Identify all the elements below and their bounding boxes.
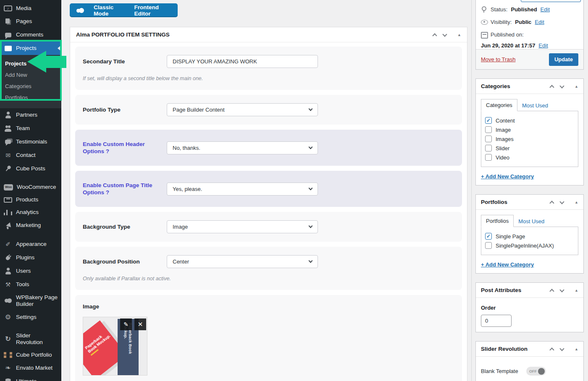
move-up-icon[interactable] bbox=[549, 201, 554, 205]
sidebar-item[interactable]: Plugins bbox=[0, 251, 61, 264]
checkbox[interactable] bbox=[485, 233, 492, 240]
sidebar-item[interactable]: Team bbox=[0, 122, 61, 135]
field-select[interactable]: Image bbox=[167, 220, 318, 233]
edit-published-link[interactable]: Edit bbox=[538, 42, 548, 50]
collapse-toggle-icon[interactable]: ▲ bbox=[575, 84, 578, 89]
checkbox[interactable] bbox=[485, 126, 492, 133]
tab-most-used[interactable]: Most Used bbox=[517, 100, 553, 111]
brush-icon: ✐ bbox=[4, 240, 12, 248]
checkbox[interactable] bbox=[485, 154, 492, 161]
portfolio-checkbox-item[interactable]: SinglePageInline(AJAX) bbox=[485, 241, 574, 250]
sidebar-item[interactable]: Products bbox=[0, 193, 61, 206]
field-select[interactable]: Center bbox=[167, 255, 318, 268]
category-label: Video bbox=[496, 154, 509, 161]
checkbox[interactable] bbox=[485, 145, 492, 151]
move-down-icon[interactable] bbox=[559, 199, 564, 204]
sidebar-item[interactable]: ⚒ Tools bbox=[0, 278, 61, 291]
checkbox[interactable] bbox=[485, 117, 492, 124]
classic-mode-button[interactable]: Classic Mode bbox=[94, 4, 125, 17]
add-new-category-link[interactable]: + Add New Category bbox=[481, 173, 534, 180]
field-description: Only available if Parallax is not active… bbox=[83, 276, 454, 282]
sidebar-item[interactable]: ⚙ Settings bbox=[0, 311, 61, 324]
sidebar-item[interactable]: Users bbox=[0, 264, 61, 278]
move-up-icon[interactable] bbox=[549, 289, 554, 293]
sidebar-item[interactable]: WPBakery Page Builder bbox=[0, 291, 61, 311]
field-select[interactable]: No, thanks. bbox=[167, 141, 318, 154]
frontend-editor-button[interactable]: Frontend Editor bbox=[134, 4, 171, 17]
sidebar-subitem-portfolios[interactable]: Portfolios bbox=[0, 92, 61, 103]
edit-image-icon[interactable]: ✎ bbox=[120, 318, 132, 330]
update-button[interactable]: Update bbox=[549, 53, 578, 66]
tab-all-categories[interactable]: Categories bbox=[481, 99, 517, 111]
sidebar-item[interactable]: Cube Posts bbox=[0, 162, 61, 175]
move-up-icon[interactable] bbox=[432, 33, 437, 38]
category-checkbox-item[interactable]: Content bbox=[485, 116, 574, 125]
wordpress-admin-screen: ♪ Media Pages Comments Projects Projects… bbox=[0, 0, 588, 381]
sidebar-item[interactable]: Ultimate bbox=[0, 375, 61, 381]
sidebar-item[interactable]: Partners bbox=[0, 108, 61, 122]
field-select[interactable]: Yes, please. bbox=[167, 183, 318, 196]
sidebar-item[interactable]: Projects bbox=[0, 42, 61, 55]
field-label: Background Position bbox=[83, 258, 167, 265]
sidebar-subitem-add-new[interactable]: Add New bbox=[0, 69, 61, 81]
settings-rows: Secondary Title DISPLAY YOUR AMAZING WOR… bbox=[70, 42, 467, 290]
checkbox[interactable] bbox=[485, 242, 492, 249]
move-up-icon[interactable] bbox=[549, 347, 554, 352]
move-up-icon[interactable] bbox=[549, 85, 554, 89]
mail-icon: ✉ bbox=[4, 151, 12, 159]
image-icon bbox=[4, 44, 12, 52]
tab-most-used[interactable]: Most Used bbox=[514, 216, 549, 227]
sidebar-item[interactable]: Pages bbox=[0, 15, 61, 28]
person-icon bbox=[4, 267, 12, 275]
sidebar-item[interactable]: ✉ Contact bbox=[0, 149, 61, 162]
field-text-input[interactable]: DISPLAY YOUR AMAZING WORK bbox=[167, 55, 318, 68]
chevron-down-icon bbox=[309, 145, 313, 149]
edit-visibility-link[interactable]: Edit bbox=[535, 18, 544, 26]
visibility-eye-icon bbox=[481, 19, 487, 25]
move-to-trash-link[interactable]: Move to Trash bbox=[481, 56, 515, 63]
move-down-icon[interactable] bbox=[559, 346, 564, 351]
sidebar-item[interactable]: ♪ Media bbox=[0, 2, 61, 15]
category-checkbox-item[interactable]: Image bbox=[485, 125, 574, 134]
add-new-category-link[interactable]: + Add New Category bbox=[481, 261, 534, 268]
tab-all-portfolios[interactable]: Portfolios bbox=[481, 215, 514, 227]
image-thumbnail: Paperback Book Mockup. Paperback Book Mo… bbox=[83, 317, 147, 376]
sidebar-subitem-categories[interactable]: Categories bbox=[0, 81, 61, 92]
sidebar-item[interactable]: ❧ Envato Market bbox=[0, 361, 61, 375]
checkbox[interactable] bbox=[485, 136, 492, 142]
settings-panel-header: Alma PORTFOLIO ITEM SETTINGS ▲ bbox=[70, 27, 467, 42]
sidebar-item[interactable]: Woo WooCommerce bbox=[0, 181, 61, 193]
category-checkbox-item[interactable]: Slider bbox=[485, 144, 574, 153]
move-down-icon[interactable] bbox=[559, 84, 564, 88]
preview-changes-button-partial[interactable] bbox=[521, 0, 581, 2]
sidebar-item[interactable]: Testimonials bbox=[0, 135, 61, 149]
admin-sidebar: ♪ Media Pages Comments Projects Projects… bbox=[0, 0, 61, 381]
sidebar-subitem-projects[interactable]: Projects bbox=[0, 58, 61, 69]
sidebar-item[interactable]: Comments bbox=[0, 28, 61, 42]
post-attributes-title: Post Attributes bbox=[481, 287, 550, 293]
move-down-icon[interactable] bbox=[442, 32, 447, 37]
collapse-toggle-icon[interactable]: ▲ bbox=[575, 200, 578, 204]
sidebar-item[interactable]: Analytics bbox=[0, 206, 61, 219]
collapse-toggle-icon[interactable]: ▲ bbox=[575, 347, 578, 351]
field-select[interactable]: Page Builder Content bbox=[167, 103, 318, 116]
category-checkbox-item[interactable]: Images bbox=[485, 134, 574, 144]
sidebar-item[interactable]: ↻ Slider Revolution bbox=[0, 329, 61, 349]
category-checkbox-item[interactable]: Video bbox=[485, 153, 574, 162]
settings-field-row: Portfolio Type Page Builder Content bbox=[75, 95, 462, 125]
sidebar-item[interactable]: Cube Portfolio bbox=[0, 349, 61, 361]
slider-revolution-panel: Slider Revolution ▲ Blank Template OFF S… bbox=[475, 341, 584, 381]
settings-field-row: Enable Custom Page Title Options ? Yes, … bbox=[75, 171, 462, 207]
settings-field-row: Background Position Center Only availabl… bbox=[75, 247, 462, 290]
edit-status-link[interactable]: Edit bbox=[541, 6, 550, 13]
sidebar-item[interactable]: ✐ Appearance bbox=[0, 237, 61, 251]
blank-template-toggle[interactable]: OFF bbox=[526, 367, 546, 376]
portfolio-checkbox-item[interactable]: Single Page bbox=[485, 232, 574, 241]
sidebar-item[interactable]: Marketing bbox=[0, 219, 61, 232]
collapse-toggle-icon[interactable]: ▲ bbox=[457, 33, 461, 37]
order-input[interactable]: 0 bbox=[481, 315, 512, 327]
megaphone-icon bbox=[3, 221, 13, 230]
collapse-toggle-icon[interactable]: ▲ bbox=[575, 288, 578, 292]
move-down-icon[interactable] bbox=[559, 287, 564, 292]
remove-image-icon[interactable]: ✕ bbox=[134, 318, 146, 330]
